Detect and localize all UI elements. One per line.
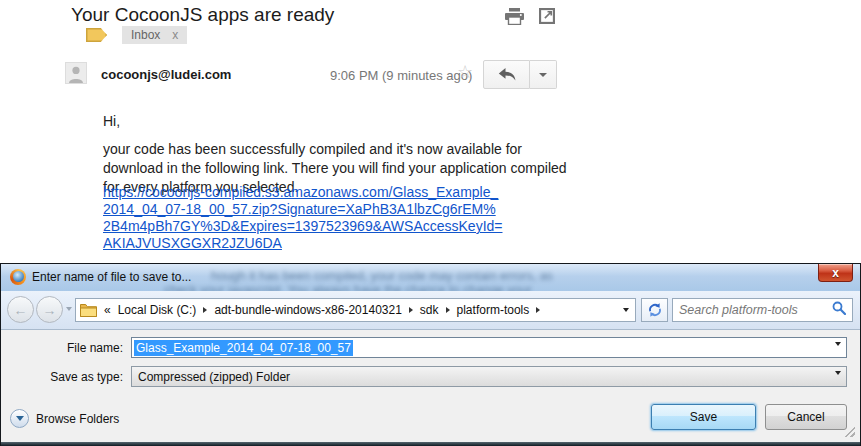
chevron-down-icon bbox=[16, 416, 24, 421]
screen: Your CocoonJS apps are ready Inbox x bbox=[0, 0, 861, 446]
breadcrumb-item-local-disk[interactable]: Local Disk (C:) bbox=[114, 303, 201, 317]
save-as-type-label: Save as type: bbox=[1, 370, 123, 384]
download-link[interactable]: https://cocoonjs-compiled.s3.amazonaws.c… bbox=[103, 184, 503, 252]
print-icon[interactable] bbox=[505, 8, 524, 29]
chevron-down-icon bbox=[539, 73, 547, 77]
chevron-down-icon bbox=[835, 371, 841, 389]
breadcrumb-separator-icon[interactable] bbox=[409, 307, 413, 313]
cancel-button[interactable]: Cancel bbox=[765, 404, 847, 430]
breadcrumb-item-adt-bundle[interactable]: adt-bundle-windows-x86-20140321 bbox=[210, 303, 405, 317]
star-icon[interactable]: ☆ bbox=[457, 61, 473, 83]
close-button[interactable]: x bbox=[818, 264, 853, 282]
browse-folders-expander-button[interactable] bbox=[10, 409, 29, 428]
refresh-button[interactable] bbox=[641, 298, 668, 322]
glass-ghost-text: check your javascript. You always have t… bbox=[164, 283, 532, 291]
dialog-bottom-frame bbox=[1, 442, 860, 446]
file-name-label: File name: bbox=[1, 341, 123, 355]
save-dialog: hough it has been compiled, your code ma… bbox=[0, 263, 861, 446]
inbox-label-text: Inbox bbox=[131, 28, 160, 42]
sender-avatar bbox=[65, 62, 87, 84]
dialog-body: File name: Glass_Example_2014_04_07-18_0… bbox=[1, 330, 860, 442]
sender-email: cocoonjs@ludei.com bbox=[101, 67, 231, 82]
firefox-icon bbox=[10, 269, 26, 285]
save-button[interactable]: Save bbox=[651, 404, 756, 430]
breadcrumb-overflow-chevrons[interactable]: « bbox=[104, 303, 111, 317]
chevron-down-icon bbox=[623, 308, 629, 312]
more-options-button[interactable] bbox=[530, 60, 557, 89]
save-as-type-dropdown-icon[interactable] bbox=[835, 375, 841, 389]
reply-arrow-icon bbox=[498, 68, 516, 82]
email-subject: Your CocoonJS apps are ready bbox=[71, 4, 334, 26]
browse-folders-label[interactable]: Browse Folders bbox=[36, 412, 119, 426]
save-as-type-select[interactable]: Compressed (zipped) Folder bbox=[131, 366, 847, 387]
dialog-toolbar: ← → « Local Disk (C:) adt-bundle-windows… bbox=[1, 291, 860, 330]
inbox-label-remove[interactable]: x bbox=[172, 28, 178, 42]
recent-pages-dropdown-icon[interactable] bbox=[66, 307, 72, 311]
open-in-new-icon[interactable] bbox=[539, 8, 555, 28]
reply-button-group bbox=[483, 60, 557, 89]
reply-button[interactable] bbox=[483, 60, 530, 89]
download-link-line[interactable]: https://cocoonjs-compiled.s3.amazonaws.c… bbox=[103, 184, 503, 201]
save-as-type-value: Compressed (zipped) Folder bbox=[138, 370, 290, 384]
address-dropdown-button[interactable] bbox=[617, 299, 635, 321]
dialog-title: Enter name of file to save to... bbox=[32, 270, 191, 284]
breadcrumb-item-sdk[interactable]: sdk bbox=[416, 303, 443, 317]
email-view: Your CocoonJS apps are ready Inbox x bbox=[0, 0, 861, 263]
label-tag-icon bbox=[86, 28, 107, 42]
download-link-line[interactable]: 2014_04_07-18_00_57.zip?Signature=XaPhB3… bbox=[103, 201, 503, 218]
chevron-down-icon bbox=[835, 342, 841, 363]
search-input[interactable]: Search platform-tools bbox=[672, 298, 853, 322]
glass-ghost-text: hough it has been compiled, your code ma… bbox=[211, 269, 553, 283]
dialog-titlebar[interactable]: hough it has been compiled, your code ma… bbox=[1, 264, 860, 291]
folder-icon bbox=[80, 303, 97, 317]
back-button[interactable]: ← bbox=[7, 296, 34, 323]
download-link-line[interactable]: AKIAJVUSXGGXR2JZU6DA bbox=[103, 235, 503, 252]
breadcrumb-item-platform-tools[interactable]: platform-tools bbox=[453, 303, 534, 317]
file-name-input[interactable]: Glass_Example_2014_04_07-18_00_57 bbox=[131, 337, 847, 358]
email-greeting: Hi, bbox=[103, 113, 120, 129]
breadcrumb-separator-icon[interactable] bbox=[446, 307, 450, 313]
email-timestamp: 9:06 PM (9 minutes ago) bbox=[330, 68, 472, 83]
breadcrumb-separator-icon[interactable] bbox=[203, 307, 207, 313]
refresh-icon bbox=[647, 302, 663, 318]
file-name-selected-text[interactable]: Glass_Example_2014_04_07-18_00_57 bbox=[134, 340, 353, 356]
search-placeholder: Search platform-tools bbox=[679, 303, 832, 317]
download-link-line[interactable]: 2B4m4pBh7GY%3D&Expires=1397523969&AWSAcc… bbox=[103, 218, 503, 235]
search-icon[interactable] bbox=[832, 301, 846, 319]
breadcrumb-separator-icon[interactable] bbox=[536, 307, 540, 313]
address-bar[interactable]: « Local Disk (C:) adt-bundle-windows-x86… bbox=[75, 298, 636, 322]
inbox-label-chip[interactable]: Inbox x bbox=[122, 26, 187, 44]
forward-button[interactable]: → bbox=[36, 296, 63, 323]
file-name-dropdown-icon[interactable] bbox=[835, 346, 841, 364]
